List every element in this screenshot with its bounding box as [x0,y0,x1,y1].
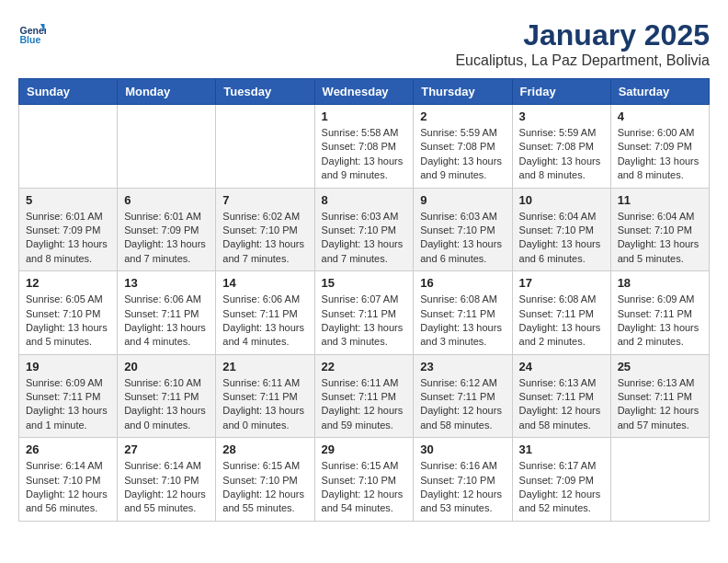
day-number: 15 [322,276,407,290]
calendar-cell: 18Sunrise: 6:09 AMSunset: 7:11 PMDayligh… [610,271,709,355]
col-header-friday: Friday [512,79,610,105]
day-number: 13 [124,276,209,290]
day-info: Sunrise: 6:09 AMSunset: 7:11 PMDaylight:… [26,376,110,433]
day-info: Sunrise: 6:14 AMSunset: 7:10 PMDaylight:… [26,459,110,516]
calendar-cell: 21Sunrise: 6:11 AMSunset: 7:11 PMDayligh… [216,354,314,438]
calendar-week-row: 19Sunrise: 6:09 AMSunset: 7:11 PMDayligh… [19,354,710,438]
calendar-cell: 30Sunrise: 6:16 AMSunset: 7:10 PMDayligh… [414,438,512,522]
logo-icon: General Blue [18,18,46,46]
calendar-cell: 29Sunrise: 6:15 AMSunset: 7:10 PMDayligh… [314,438,414,522]
day-number: 1 [322,109,407,123]
day-number: 20 [124,360,209,373]
day-number: 24 [519,360,604,373]
col-header-wednesday: Wednesday [314,79,414,105]
calendar-cell: 8Sunrise: 6:03 AMSunset: 7:10 PMDaylight… [314,188,414,271]
calendar-cell: 23Sunrise: 6:12 AMSunset: 7:11 PMDayligh… [414,354,512,438]
day-info: Sunrise: 6:14 AMSunset: 7:10 PMDaylight:… [124,459,209,516]
day-info: Sunrise: 6:08 AMSunset: 7:11 PMDaylight:… [420,293,505,350]
day-info: Sunrise: 6:08 AMSunset: 7:11 PMDaylight:… [519,293,604,350]
calendar-header-row: SundayMondayTuesdayWednesdayThursdayFrid… [19,79,710,105]
day-info: Sunrise: 6:01 AMSunset: 7:09 PMDaylight:… [124,210,209,267]
day-number: 5 [26,193,110,207]
calendar-cell: 22Sunrise: 6:11 AMSunset: 7:11 PMDayligh… [314,354,414,438]
day-info: Sunrise: 6:03 AMSunset: 7:10 PMDaylight:… [322,210,407,267]
calendar-cell: 7Sunrise: 6:02 AMSunset: 7:10 PMDaylight… [216,188,314,271]
day-number: 18 [618,276,702,290]
calendar-cell: 12Sunrise: 6:05 AMSunset: 7:10 PMDayligh… [19,271,118,355]
day-info: Sunrise: 6:05 AMSunset: 7:10 PMDaylight:… [26,293,110,350]
day-number: 7 [222,193,307,207]
day-number: 8 [322,193,407,207]
day-info: Sunrise: 6:06 AMSunset: 7:11 PMDaylight:… [222,293,307,350]
calendar-cell: 3Sunrise: 5:59 AMSunset: 7:08 PMDaylight… [512,105,610,189]
calendar-cell: 27Sunrise: 6:14 AMSunset: 7:10 PMDayligh… [118,438,216,522]
col-header-tuesday: Tuesday [216,79,314,105]
calendar-cell: 9Sunrise: 6:03 AMSunset: 7:10 PMDaylight… [414,188,512,271]
calendar-cell: 13Sunrise: 6:06 AMSunset: 7:11 PMDayligh… [118,271,216,355]
calendar-cell: 20Sunrise: 6:10 AMSunset: 7:11 PMDayligh… [118,354,216,438]
calendar-cell: 1Sunrise: 5:58 AMSunset: 7:08 PMDaylight… [314,105,414,189]
calendar-cell: 15Sunrise: 6:07 AMSunset: 7:11 PMDayligh… [314,271,414,355]
month-title: January 2025 [455,18,710,52]
calendar-cell: 11Sunrise: 6:04 AMSunset: 7:10 PMDayligh… [610,188,709,271]
day-info: Sunrise: 6:10 AMSunset: 7:11 PMDaylight:… [124,376,209,433]
day-info: Sunrise: 6:11 AMSunset: 7:11 PMDaylight:… [222,376,307,433]
day-number: 4 [618,109,702,123]
day-info: Sunrise: 6:01 AMSunset: 7:09 PMDaylight:… [26,210,110,267]
day-number: 31 [519,442,604,456]
calendar-table: SundayMondayTuesdayWednesdayThursdayFrid… [18,78,710,522]
calendar-cell: 5Sunrise: 6:01 AMSunset: 7:09 PMDaylight… [19,188,118,271]
day-number: 10 [519,193,604,207]
calendar-cell: 4Sunrise: 6:00 AMSunset: 7:09 PMDaylight… [610,105,709,189]
calendar-cell: 17Sunrise: 6:08 AMSunset: 7:11 PMDayligh… [512,271,610,355]
day-number: 23 [420,360,505,373]
day-info: Sunrise: 6:07 AMSunset: 7:11 PMDaylight:… [322,293,407,350]
day-info: Sunrise: 6:02 AMSunset: 7:10 PMDaylight:… [222,210,307,267]
day-info: Sunrise: 6:00 AMSunset: 7:09 PMDaylight:… [618,126,702,183]
page-header: General Blue January 2025 Eucaliptus, La… [18,18,710,69]
col-header-sunday: Sunday [19,79,118,105]
calendar-cell: 14Sunrise: 6:06 AMSunset: 7:11 PMDayligh… [216,271,314,355]
calendar-week-row: 1Sunrise: 5:58 AMSunset: 7:08 PMDaylight… [19,105,710,189]
day-number: 26 [26,442,110,456]
calendar-cell [19,105,118,189]
calendar-cell: 24Sunrise: 6:13 AMSunset: 7:11 PMDayligh… [512,354,610,438]
day-number: 12 [26,276,110,290]
day-info: Sunrise: 5:58 AMSunset: 7:08 PMDaylight:… [322,126,407,183]
calendar-cell: 10Sunrise: 6:04 AMSunset: 7:10 PMDayligh… [512,188,610,271]
calendar-cell [216,105,314,189]
day-info: Sunrise: 6:04 AMSunset: 7:10 PMDaylight:… [618,210,702,267]
day-number: 16 [420,276,505,290]
location-subtitle: Eucaliptus, La Paz Department, Bolivia [455,52,710,69]
svg-text:Blue: Blue [20,34,41,45]
day-info: Sunrise: 6:12 AMSunset: 7:11 PMDaylight:… [420,376,505,433]
day-info: Sunrise: 6:09 AMSunset: 7:11 PMDaylight:… [618,293,702,350]
day-number: 21 [222,360,307,373]
title-block: January 2025 Eucaliptus, La Paz Departme… [455,18,710,69]
day-info: Sunrise: 5:59 AMSunset: 7:08 PMDaylight:… [420,126,505,183]
calendar-cell: 25Sunrise: 6:13 AMSunset: 7:11 PMDayligh… [610,354,709,438]
day-number: 25 [618,360,702,373]
day-number: 29 [322,442,407,456]
calendar-cell [118,105,216,189]
logo: General Blue [18,18,48,46]
day-info: Sunrise: 5:59 AMSunset: 7:08 PMDaylight:… [519,126,604,183]
calendar-cell: 19Sunrise: 6:09 AMSunset: 7:11 PMDayligh… [19,354,118,438]
day-number: 2 [420,109,505,123]
col-header-thursday: Thursday [414,79,512,105]
day-info: Sunrise: 6:17 AMSunset: 7:09 PMDaylight:… [519,459,604,516]
calendar-week-row: 12Sunrise: 6:05 AMSunset: 7:10 PMDayligh… [19,271,710,355]
day-number: 3 [519,109,604,123]
day-info: Sunrise: 6:13 AMSunset: 7:11 PMDaylight:… [618,376,702,433]
day-info: Sunrise: 6:06 AMSunset: 7:11 PMDaylight:… [124,293,209,350]
day-info: Sunrise: 6:04 AMSunset: 7:10 PMDaylight:… [519,210,604,267]
day-number: 22 [322,360,407,373]
calendar-cell: 16Sunrise: 6:08 AMSunset: 7:11 PMDayligh… [414,271,512,355]
calendar-cell: 2Sunrise: 5:59 AMSunset: 7:08 PMDaylight… [414,105,512,189]
day-number: 14 [222,276,307,290]
day-number: 27 [124,442,209,456]
calendar-cell: 6Sunrise: 6:01 AMSunset: 7:09 PMDaylight… [118,188,216,271]
day-info: Sunrise: 6:15 AMSunset: 7:10 PMDaylight:… [222,459,307,516]
day-number: 19 [26,360,110,373]
col-header-saturday: Saturday [610,79,709,105]
